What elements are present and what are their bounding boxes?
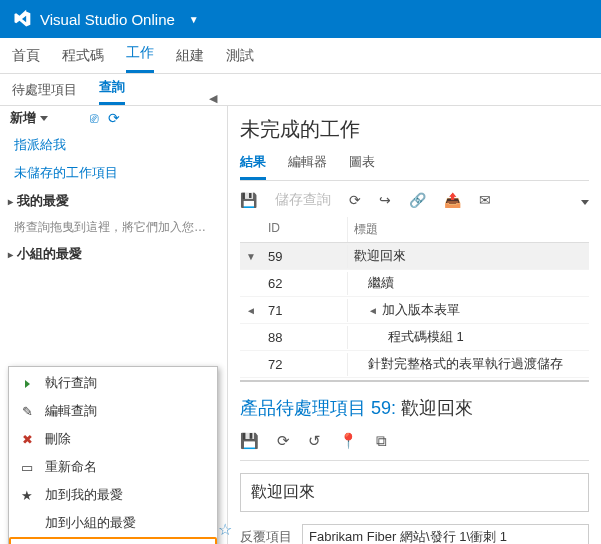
sidebar-link-unsaved[interactable]: 未儲存的工作項目 xyxy=(0,159,227,187)
page-title: 未完成的工作 xyxy=(240,116,589,143)
new-query-button[interactable]: 新增 xyxy=(10,109,48,127)
row-expander-icon[interactable]: ◄ xyxy=(240,305,262,316)
table-row[interactable]: ▼59歡迎回來 xyxy=(240,243,589,270)
refresh-icon[interactable]: ⟳ xyxy=(349,192,361,208)
undo-icon[interactable]: ↺ xyxy=(308,432,321,450)
link-icon[interactable]: 🔗 xyxy=(409,192,426,208)
grid-header: ID 標題 xyxy=(240,217,589,243)
work-item-title: 產品待處理項目 59: 歡迎回來 xyxy=(240,396,589,420)
vs-logo-icon xyxy=(12,9,32,29)
ctx-rename[interactable]: ▭重新命名 xyxy=(9,453,217,481)
iteration-value[interactable]: Fabrikam Fiber 網站\發行 1\衝刺 1 xyxy=(302,524,589,544)
save-icon: 💾 xyxy=(240,432,259,450)
redo-icon[interactable]: ↪ xyxy=(379,192,391,208)
row-id: 59 xyxy=(262,245,348,268)
row-expander-icon[interactable]: ▼ xyxy=(240,251,262,262)
delete-label: 刪除 xyxy=(45,430,71,448)
result-tabs: 結果 編輯器 圖表 xyxy=(240,149,589,181)
iteration-label: 反覆項目 xyxy=(240,528,296,544)
top-nav: 首頁 程式碼 工作 組建 測試 xyxy=(0,38,601,74)
content-pane: 未完成的工作 結果 編輯器 圖表 💾 儲存查詢 ⟳ ↪ 🔗 📤 ✉ ID 標題 … xyxy=(228,106,601,544)
row-id: 88 xyxy=(262,326,348,349)
column-options-icon[interactable]: ⎚ xyxy=(90,110,98,126)
run-query-label: 執行查詢 xyxy=(45,374,97,392)
copy-icon[interactable]: ⧉ xyxy=(376,432,387,450)
sidebar: ◀ 新增 ⎚ ⟳ 指派給我 未儲存的工作項目 ▸我的最愛 將查詢拖曳到這裡，將它… xyxy=(0,106,228,544)
tab-work[interactable]: 工作 xyxy=(126,44,154,73)
tab-results[interactable]: 結果 xyxy=(240,149,266,180)
detail-toolbar: 💾 ⟳ ↺ 📍 ⧉ xyxy=(240,428,589,461)
run-query-icon xyxy=(19,376,35,391)
row-title: 針對完整格式的表單執行過渡儲存 xyxy=(348,351,589,377)
table-row[interactable]: ◄71◄ 加入版本表單 xyxy=(240,297,589,324)
row-id: 62 xyxy=(262,272,348,295)
col-title[interactable]: 標題 xyxy=(348,217,589,242)
collapse-sidebar-icon[interactable]: ◀ xyxy=(0,92,227,105)
refresh-icon[interactable]: ⟳ xyxy=(277,432,290,450)
ctx-add-team-fav[interactable]: 加到小組的最愛 xyxy=(9,509,217,537)
ctx-edit-query[interactable]: ✎編輯查詢 xyxy=(9,397,217,425)
row-id: 71 xyxy=(262,299,348,322)
pin-icon[interactable]: 📍 xyxy=(339,432,358,450)
col-id[interactable]: ID xyxy=(262,217,348,242)
ctx-add-my-fav[interactable]: ★加到我的最愛 xyxy=(9,481,217,509)
sidebar-section-team-favorites[interactable]: ▸小組的最愛 xyxy=(0,240,227,268)
tab-test[interactable]: 測試 xyxy=(226,47,254,73)
add-team-fav-label: 加到小組的最愛 xyxy=(45,514,136,532)
title-input[interactable]: 歡迎回來 xyxy=(240,473,589,512)
context-menu: 執行查詢✎編輯查詢✖刪除▭重新命名★加到我的最愛加到小組的最愛📌固定在首頁❗安全… xyxy=(8,366,218,544)
favorites-hint: 將查詢拖曳到這裡，將它們加入您的最… xyxy=(0,215,227,240)
edit-query-icon: ✎ xyxy=(19,404,35,419)
favorite-star-icon[interactable]: ☆ xyxy=(218,520,232,539)
save-query-label: 儲存查詢 xyxy=(275,191,331,209)
save-icon: 💾 xyxy=(240,192,257,208)
ctx-delete[interactable]: ✖刪除 xyxy=(9,425,217,453)
share-icon[interactable]: 📤 xyxy=(444,192,461,208)
tab-editor[interactable]: 編輯器 xyxy=(288,149,327,180)
results-toolbar: 💾 儲存查詢 ⟳ ↪ 🔗 📤 ✉ xyxy=(240,189,589,217)
row-title: 歡迎回來 xyxy=(348,243,589,269)
tab-code[interactable]: 程式碼 xyxy=(62,47,104,73)
sidebar-link-assigned[interactable]: 指派給我 xyxy=(0,131,227,159)
horizontal-scrollbar[interactable] xyxy=(240,380,589,382)
edit-query-label: 編輯查詢 xyxy=(45,402,97,420)
add-my-fav-icon: ★ xyxy=(19,488,35,503)
mail-icon[interactable]: ✉ xyxy=(479,192,491,208)
delete-icon: ✖ xyxy=(19,432,35,447)
row-title: 程式碼模組 1 xyxy=(348,324,589,350)
app-header: Visual Studio Online ▼ xyxy=(0,0,601,38)
row-title: 繼續 xyxy=(348,270,589,296)
app-title: Visual Studio Online xyxy=(40,11,175,28)
table-row[interactable]: 62繼續 xyxy=(240,270,589,297)
add-my-fav-label: 加到我的最愛 xyxy=(45,486,123,504)
sidebar-section-favorites[interactable]: ▸我的最愛 xyxy=(0,187,227,215)
rename-icon: ▭ xyxy=(19,460,35,475)
tab-home[interactable]: 首頁 xyxy=(12,47,40,73)
table-row[interactable]: 72針對完整格式的表單執行過渡儲存 xyxy=(240,351,589,378)
row-title: ◄ 加入版本表單 xyxy=(348,297,589,323)
row-id: 72 xyxy=(262,353,348,376)
ctx-pin-home[interactable]: 📌固定在首頁 xyxy=(9,537,217,544)
ctx-run-query[interactable]: 執行查詢 xyxy=(9,369,217,397)
table-row[interactable]: 88程式碼模組 1 xyxy=(240,324,589,351)
tab-charts[interactable]: 圖表 xyxy=(349,149,375,180)
tab-build[interactable]: 組建 xyxy=(176,47,204,73)
refresh-icon[interactable]: ⟳ xyxy=(108,110,120,126)
rename-label: 重新命名 xyxy=(45,458,97,476)
header-dropdown-icon[interactable]: ▼ xyxy=(189,14,199,25)
